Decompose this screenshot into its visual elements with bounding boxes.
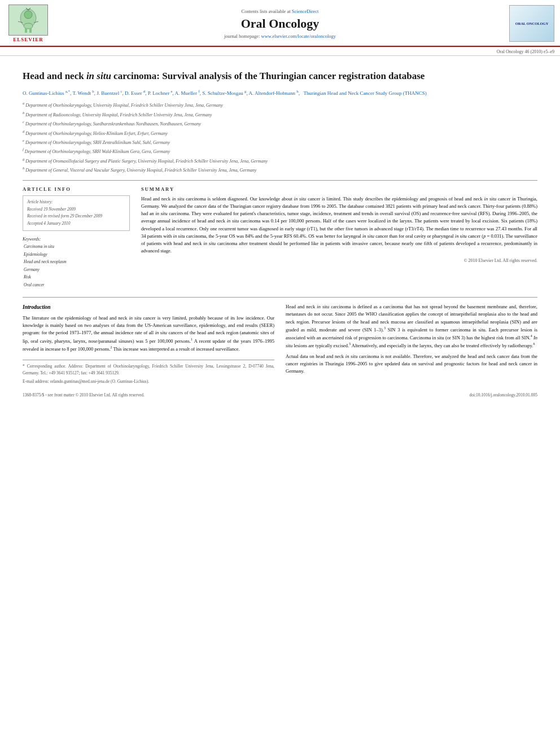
article-meta-columns: ARTICLE INFO Article history: Received 1… [23, 186, 537, 289]
footer-doi: doi:10.1016/j.oraloncology.2010.01.005 [469, 392, 537, 397]
intro-paragraph-1: The literature on the epidemiology of he… [23, 314, 274, 353]
elsevier-logo: ELSEVIER [6, 5, 51, 42]
journal-title: Oral Oncology [62, 16, 498, 31]
elsevier-lion-image [8, 5, 48, 36]
affiliation-d: d Department of Otorhinolaryngology, Hel… [23, 129, 537, 137]
revised-date: Received in revised form 29 December 200… [27, 213, 125, 220]
svg-point-2 [24, 11, 32, 19]
homepage-prefix: journal homepage: [224, 33, 261, 39]
body-columns: Introduction The literature on the epide… [23, 303, 537, 386]
divider-before-body [23, 297, 537, 298]
introduction-heading: Introduction [23, 303, 274, 312]
footer-bar: 1368-8375/$ - see front matter © 2010 El… [23, 392, 537, 397]
article-history-box: Article history: Received 19 November 20… [23, 195, 130, 231]
email-footnote: E-mail address: orlando.guntinas@med.uni… [23, 378, 274, 386]
affiliation-h: h Department of General, Visceral and Va… [23, 165, 537, 174]
sciencedirect-line: Contents lists available at ScienceDirec… [62, 8, 498, 14]
keyword-5: Risk [23, 273, 130, 281]
journal-center: Contents lists available at ScienceDirec… [51, 8, 509, 39]
article-info-column: ARTICLE INFO Article history: Received 1… [23, 186, 130, 289]
affiliation-e: e Department of Otorhinolaryngology, SRH… [23, 138, 537, 146]
divider-after-affiliations [23, 180, 537, 181]
summary-heading: SUMMARY [141, 186, 537, 192]
accepted-date: Accepted 4 January 2010 [27, 220, 125, 228]
received-date: Received 19 November 2009 [27, 206, 125, 213]
body-col-right: Head and neck in situ carcinoma is defin… [286, 303, 537, 386]
oral-oncology-logo: ORAL ONCOLOGY [509, 5, 554, 42]
svg-rect-8 [25, 28, 27, 33]
svg-point-5 [24, 23, 33, 29]
footer-issn: 1368-8375/$ - see front matter © 2010 El… [23, 392, 145, 397]
svg-rect-9 [29, 28, 32, 33]
body-col-left: Introduction The literature on the epide… [23, 303, 274, 386]
affiliation-g: g Department of Oromaxillofacial Surgery… [23, 156, 537, 165]
right-paragraph-2: Actual data on head and neck in situ car… [286, 353, 537, 375]
corresponding-footnote: * Corresponding author. Address: Departm… [23, 363, 274, 378]
affiliation-f: f Department of Otorhinolaryngology, SRH… [23, 147, 537, 155]
keyword-1: Carcinoma in situ [23, 243, 130, 251]
elsevier-label: ELSEVIER [13, 37, 43, 42]
journal-homepage: journal homepage: www.elsevier.com/locat… [62, 33, 498, 39]
affiliation-a: a Department of Otorhinolaryngology, Uni… [23, 101, 537, 109]
sciencedirect-link[interactable]: ScienceDirect [292, 8, 319, 14]
affiliation-b: b Department of Radiooncology, Universit… [23, 110, 537, 119]
keyword-4: Germany [23, 266, 130, 274]
summary-column: SUMMARY Head and neck in situ carcinoma … [141, 186, 537, 289]
journal-header: ELSEVIER Contents lists available at Sci… [0, 0, 560, 47]
article-info-bar: Oral Oncology 46 (2010) e5–e9 [0, 47, 560, 56]
homepage-link[interactable]: www.elsevier.com/locate/oraloncology [261, 33, 336, 39]
keyword-3: Head and neck neoplasm [23, 258, 130, 266]
affiliations: a Department of Otorhinolaryngology, Uni… [23, 101, 537, 174]
copyright-line: © 2010 Elsevier Ltd. All rights reserved… [141, 258, 537, 263]
keywords-label: Keywords: [23, 237, 41, 242]
article-info-heading: ARTICLE INFO [23, 186, 130, 192]
article-body: Head and neck in situ carcinoma: Surviva… [0, 56, 560, 406]
right-paragraph-1: Head and neck in situ carcinoma is defin… [286, 303, 537, 350]
history-label: Article history: [27, 199, 125, 206]
keyword-6: Oral cancer [23, 281, 130, 289]
oral-oncology-logo-label: ORAL ONCOLOGY [515, 21, 549, 26]
article-title: Head and neck in situ carcinoma: Surviva… [23, 69, 537, 83]
footnote-area: * Corresponding author. Address: Departm… [23, 360, 274, 386]
sciencedirect-prefix: Contents lists available at [242, 8, 292, 14]
keyword-2: Epidemiology [23, 251, 130, 259]
affiliation-c: c Department of Otorhinolaryngology, Sue… [23, 119, 537, 128]
keywords-box: Keywords: Carcinoma in situ Epidemiology… [23, 235, 130, 289]
page: ELSEVIER Contents lists available at Sci… [0, 0, 560, 747]
authors: O. Guntinas-Lichius a,*, T. Wendt b, J. … [23, 89, 537, 97]
summary-text: Head and neck in situ carcinoma is seldo… [141, 195, 537, 255]
